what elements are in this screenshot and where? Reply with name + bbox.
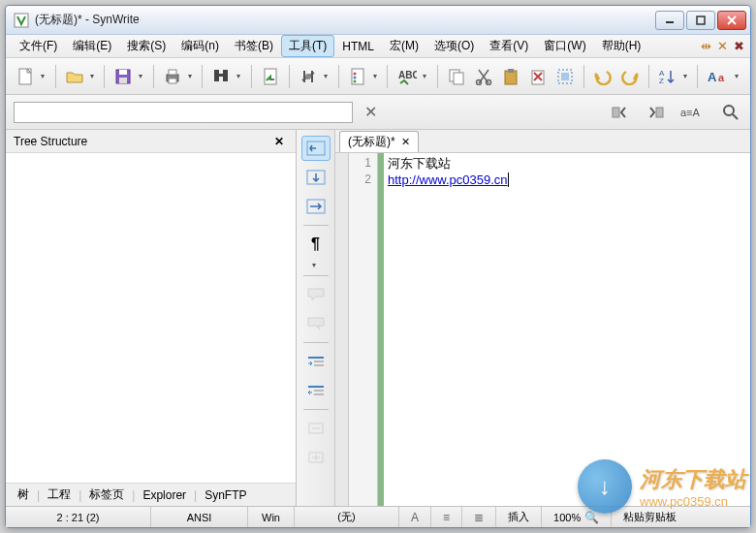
delete-button[interactable]: [526, 63, 550, 90]
status-encoding[interactable]: ANSI: [151, 507, 248, 527]
sort-dropdown[interactable]: ▾: [683, 72, 691, 80]
vbtn-wrap-down[interactable]: [301, 165, 331, 190]
case-dropdown[interactable]: ▾: [735, 72, 742, 80]
status-clip[interactable]: 粘贴剪贴板: [612, 507, 750, 527]
code-editor[interactable]: 1 2 河东下载站 http://www.pc0359.cn: [335, 153, 750, 506]
vbtn-fold[interactable]: [301, 416, 331, 441]
paste-button[interactable]: [499, 63, 522, 90]
redo-button[interactable]: [618, 63, 642, 90]
settings-dropdown[interactable]: ▾: [324, 72, 331, 80]
settings-button[interactable]: [297, 63, 320, 90]
menu-edit[interactable]: 编辑(E): [65, 35, 119, 57]
print-button[interactable]: [161, 63, 184, 90]
pin-icon[interactable]: ⇹: [701, 39, 711, 53]
svg-rect-2: [697, 16, 705, 24]
find-dropdown[interactable]: ▾: [236, 72, 244, 80]
menu-options[interactable]: 选项(O): [426, 35, 482, 57]
select-all-button[interactable]: [553, 63, 577, 90]
case-button[interactable]: Aa: [705, 63, 731, 90]
status-format[interactable]: ≣: [462, 507, 496, 527]
star-icon[interactable]: ✕: [717, 39, 728, 53]
menu-tools[interactable]: 工具(T): [281, 35, 334, 57]
status-lexer[interactable]: (无): [295, 507, 399, 527]
menu-encoding[interactable]: 编码(n): [173, 35, 227, 57]
tab-tabs[interactable]: 标签页: [83, 485, 130, 505]
status-zoom[interactable]: 100% 🔍: [542, 507, 612, 527]
vbtn-comment1[interactable]: [301, 282, 331, 307]
open-dropdown[interactable]: ▾: [90, 72, 98, 80]
svg-rect-34: [656, 108, 663, 117]
match-case-button[interactable]: a≡A: [678, 99, 708, 126]
svg-text:A: A: [708, 70, 717, 84]
print-dropdown[interactable]: ▾: [188, 72, 196, 80]
spellcheck-button[interactable]: ABC: [394, 63, 419, 90]
zoom-icon: 🔍: [584, 511, 599, 524]
menu-file[interactable]: 文件(F): [12, 35, 65, 57]
tab-close-icon[interactable]: ✕: [401, 136, 410, 148]
find-next-button[interactable]: [644, 99, 667, 126]
editor-area: (无标题)* ✕ 1 2 河东下载站 http://www.pc0359.cn: [335, 130, 750, 506]
status-font[interactable]: A: [399, 507, 431, 527]
copy-button[interactable]: [445, 63, 468, 90]
vbtn-unfold[interactable]: [301, 445, 331, 470]
vbtn-outdent[interactable]: [301, 378, 331, 403]
tab-label: (无标题)*: [348, 134, 395, 150]
cut-button[interactable]: [472, 63, 495, 90]
status-lineend[interactable]: Win: [248, 507, 295, 527]
status-align[interactable]: ≡: [431, 507, 462, 527]
goto-button[interactable]: [259, 63, 282, 90]
tab-project[interactable]: 工程: [42, 485, 77, 505]
find-prev-button[interactable]: [609, 99, 632, 126]
align-icon: ≡: [443, 511, 450, 524]
code-content[interactable]: 河东下载站 http://www.pc0359.cn: [384, 153, 750, 506]
undo-button[interactable]: [591, 63, 614, 90]
vbtn-wrap-left[interactable]: [301, 136, 331, 161]
main-toolbar: ▾ ▾ ▾ ▾ ▾ ▾ ▾ ABC ▾ AZ ▾ A: [6, 58, 750, 95]
menu-search[interactable]: 搜索(S): [119, 35, 173, 57]
menu-macro[interactable]: 宏(M): [382, 35, 426, 57]
menu-help[interactable]: 帮助(H): [594, 35, 649, 57]
find-button[interactable]: [209, 63, 233, 90]
syntax-button[interactable]: [346, 63, 369, 90]
panel-close-button[interactable]: ✕: [274, 135, 288, 148]
close-search-icon[interactable]: ✕: [364, 103, 377, 121]
open-file-button[interactable]: [63, 63, 86, 90]
menu-view[interactable]: 查看(V): [482, 35, 536, 57]
new-file-button[interactable]: [14, 63, 37, 90]
status-mode[interactable]: 插入: [496, 507, 542, 527]
vbtn-pilcrow[interactable]: ¶: [301, 232, 331, 257]
tree-body[interactable]: [6, 153, 296, 483]
status-position[interactable]: 2 : 21 (2): [6, 507, 151, 527]
svg-line-37: [733, 114, 738, 119]
save-button[interactable]: [111, 63, 135, 90]
save-dropdown[interactable]: ▾: [139, 72, 146, 80]
vbtn-comment2[interactable]: [301, 311, 331, 336]
tab-explorer[interactable]: Explorer: [137, 486, 192, 504]
sort-button[interactable]: AZ: [656, 63, 679, 90]
menu-bookmark[interactable]: 书签(B): [227, 35, 281, 57]
tab-synftp[interactable]: SynFTP: [199, 486, 252, 504]
close-button[interactable]: [717, 11, 746, 30]
search-input[interactable]: [14, 102, 353, 123]
syntax-dropdown[interactable]: ▾: [373, 72, 381, 80]
panel-tabs: 树| 工程| 标签页| Explorer| SynFTP: [6, 483, 296, 506]
vbtn-indent[interactable]: [301, 349, 331, 374]
format-icon: ≣: [474, 511, 484, 524]
document-tab[interactable]: (无标题)* ✕: [339, 131, 419, 152]
window-title: (无标题)* - SynWrite: [35, 12, 140, 28]
maximize-button[interactable]: [686, 11, 715, 30]
svg-point-17: [353, 76, 356, 78]
tab-tree[interactable]: 树: [12, 485, 35, 505]
menu-html[interactable]: HTML: [334, 37, 382, 56]
zoom-search-button[interactable]: [719, 99, 742, 126]
spell-dropdown[interactable]: ▾: [423, 72, 430, 80]
url-link[interactable]: http://www.pc0359.cn: [388, 172, 508, 187]
new-dropdown[interactable]: ▾: [41, 72, 48, 80]
pilcrow-dropdown[interactable]: ▾: [312, 261, 320, 269]
x-icon[interactable]: ✖: [734, 39, 744, 53]
vbtn-wrap-right[interactable]: [301, 194, 331, 219]
titlebar[interactable]: (无标题)* - SynWrite: [6, 6, 750, 35]
menu-window[interactable]: 窗口(W): [536, 35, 593, 57]
fold-gutter[interactable]: [335, 153, 349, 506]
minimize-button[interactable]: [655, 11, 684, 30]
